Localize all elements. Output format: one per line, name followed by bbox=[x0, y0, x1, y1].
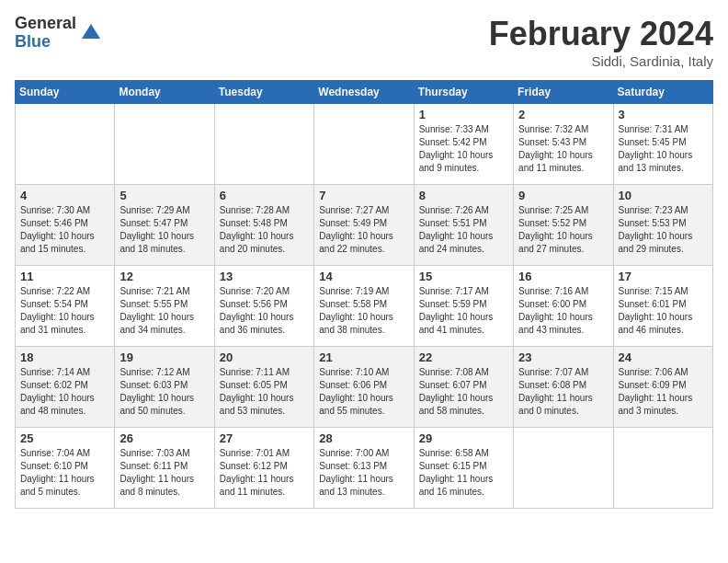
day-cell bbox=[214, 104, 313, 185]
week-row-4: 18Sunrise: 7:14 AM Sunset: 6:02 PM Dayli… bbox=[16, 347, 713, 428]
day-cell bbox=[16, 104, 115, 185]
title-block: February 2024 Siddi, Sardinia, Italy bbox=[489, 15, 713, 69]
page-header: General Blue February 2024 Siddi, Sardin… bbox=[15, 15, 713, 69]
day-number: 9 bbox=[518, 189, 608, 202]
day-number: 1 bbox=[419, 108, 508, 121]
day-number: 25 bbox=[20, 431, 109, 445]
day-cell: 26Sunrise: 7:03 AM Sunset: 6:11 PM Dayli… bbox=[115, 428, 214, 509]
day-info: Sunrise: 7:12 AM Sunset: 6:03 PM Dayligh… bbox=[119, 366, 209, 418]
header-cell-monday: Monday bbox=[115, 81, 214, 104]
day-cell: 9Sunrise: 7:25 AM Sunset: 5:52 PM Daylig… bbox=[514, 185, 613, 266]
header-row: SundayMondayTuesdayWednesdayThursdayFrid… bbox=[16, 81, 713, 104]
day-number: 14 bbox=[319, 270, 408, 283]
day-number: 27 bbox=[220, 431, 309, 445]
day-cell: 23Sunrise: 7:07 AM Sunset: 6:08 PM Dayli… bbox=[514, 347, 613, 428]
day-info: Sunrise: 7:04 AM Sunset: 6:10 PM Dayligh… bbox=[20, 447, 109, 499]
day-cell: 7Sunrise: 7:27 AM Sunset: 5:49 PM Daylig… bbox=[314, 185, 414, 266]
logo-general: General bbox=[15, 15, 76, 33]
day-info: Sunrise: 7:16 AM Sunset: 6:00 PM Dayligh… bbox=[518, 285, 608, 337]
day-info: Sunrise: 7:17 AM Sunset: 5:59 PM Dayligh… bbox=[419, 285, 508, 337]
day-info: Sunrise: 7:07 AM Sunset: 6:08 PM Dayligh… bbox=[518, 366, 608, 418]
day-info: Sunrise: 7:23 AM Sunset: 5:53 PM Dayligh… bbox=[619, 204, 708, 256]
day-cell: 22Sunrise: 7:08 AM Sunset: 6:07 PM Dayli… bbox=[414, 347, 513, 428]
day-info: Sunrise: 7:25 AM Sunset: 5:52 PM Dayligh… bbox=[518, 204, 608, 256]
day-info: Sunrise: 7:19 AM Sunset: 5:58 PM Dayligh… bbox=[319, 285, 408, 337]
day-cell: 15Sunrise: 7:17 AM Sunset: 5:59 PM Dayli… bbox=[414, 266, 513, 347]
day-info: Sunrise: 7:14 AM Sunset: 6:02 PM Dayligh… bbox=[20, 366, 109, 418]
day-cell: 11Sunrise: 7:22 AM Sunset: 5:54 PM Dayli… bbox=[16, 266, 115, 347]
header-cell-sunday: Sunday bbox=[16, 81, 115, 104]
day-info: Sunrise: 7:03 AM Sunset: 6:11 PM Dayligh… bbox=[119, 447, 209, 499]
day-info: Sunrise: 7:29 AM Sunset: 5:47 PM Dayligh… bbox=[119, 204, 209, 256]
calendar-table: SundayMondayTuesdayWednesdayThursdayFrid… bbox=[15, 80, 713, 509]
header-cell-wednesday: Wednesday bbox=[314, 81, 414, 104]
logo-icon bbox=[78, 20, 104, 46]
day-info: Sunrise: 7:30 AM Sunset: 5:46 PM Dayligh… bbox=[20, 204, 109, 256]
day-cell bbox=[613, 428, 712, 509]
day-number: 4 bbox=[20, 189, 109, 202]
day-info: Sunrise: 7:15 AM Sunset: 6:01 PM Dayligh… bbox=[619, 285, 708, 337]
day-number: 5 bbox=[119, 189, 209, 202]
header-cell-thursday: Thursday bbox=[414, 81, 513, 104]
day-number: 24 bbox=[619, 350, 708, 364]
week-row-3: 11Sunrise: 7:22 AM Sunset: 5:54 PM Dayli… bbox=[16, 266, 713, 347]
month-title: February 2024 bbox=[489, 15, 713, 53]
day-number: 10 bbox=[619, 189, 708, 202]
day-cell: 28Sunrise: 7:00 AM Sunset: 6:13 PM Dayli… bbox=[314, 428, 414, 509]
day-cell: 16Sunrise: 7:16 AM Sunset: 6:00 PM Dayli… bbox=[514, 266, 613, 347]
day-cell: 2Sunrise: 7:32 AM Sunset: 5:43 PM Daylig… bbox=[514, 104, 613, 185]
day-cell: 27Sunrise: 7:01 AM Sunset: 6:12 PM Dayli… bbox=[214, 428, 313, 509]
logo: General Blue bbox=[15, 15, 104, 52]
day-cell: 10Sunrise: 7:23 AM Sunset: 5:53 PM Dayli… bbox=[613, 185, 712, 266]
day-number: 12 bbox=[119, 270, 209, 283]
day-number: 26 bbox=[119, 431, 209, 445]
day-info: Sunrise: 7:31 AM Sunset: 5:45 PM Dayligh… bbox=[619, 123, 708, 175]
day-info: Sunrise: 7:27 AM Sunset: 5:49 PM Dayligh… bbox=[319, 204, 408, 256]
day-cell: 19Sunrise: 7:12 AM Sunset: 6:03 PM Dayli… bbox=[115, 347, 214, 428]
day-number: 8 bbox=[419, 189, 508, 202]
day-number: 28 bbox=[319, 431, 408, 445]
day-cell bbox=[115, 104, 214, 185]
day-cell: 8Sunrise: 7:26 AM Sunset: 5:51 PM Daylig… bbox=[414, 185, 513, 266]
day-cell: 3Sunrise: 7:31 AM Sunset: 5:45 PM Daylig… bbox=[613, 104, 712, 185]
day-cell: 14Sunrise: 7:19 AM Sunset: 5:58 PM Dayli… bbox=[314, 266, 414, 347]
day-cell: 21Sunrise: 7:10 AM Sunset: 6:06 PM Dayli… bbox=[314, 347, 414, 428]
header-cell-tuesday: Tuesday bbox=[214, 81, 313, 104]
svg-marker-0 bbox=[82, 24, 100, 39]
day-info: Sunrise: 7:00 AM Sunset: 6:13 PM Dayligh… bbox=[319, 447, 408, 499]
header-cell-friday: Friday bbox=[514, 81, 613, 104]
day-number: 6 bbox=[220, 189, 309, 202]
day-number: 13 bbox=[220, 270, 309, 283]
day-number: 23 bbox=[518, 350, 608, 364]
day-number: 19 bbox=[119, 350, 209, 364]
day-cell bbox=[514, 428, 613, 509]
day-number: 3 bbox=[619, 108, 708, 121]
day-info: Sunrise: 6:58 AM Sunset: 6:15 PM Dayligh… bbox=[419, 447, 508, 499]
day-number: 18 bbox=[20, 350, 109, 364]
day-number: 21 bbox=[319, 350, 408, 364]
day-cell: 20Sunrise: 7:11 AM Sunset: 6:05 PM Dayli… bbox=[214, 347, 313, 428]
day-cell: 12Sunrise: 7:21 AM Sunset: 5:55 PM Dayli… bbox=[115, 266, 214, 347]
day-info: Sunrise: 7:20 AM Sunset: 5:56 PM Dayligh… bbox=[220, 285, 309, 337]
location-subtitle: Siddi, Sardinia, Italy bbox=[489, 53, 713, 69]
day-info: Sunrise: 7:22 AM Sunset: 5:54 PM Dayligh… bbox=[20, 285, 109, 337]
day-cell: 29Sunrise: 6:58 AM Sunset: 6:15 PM Dayli… bbox=[414, 428, 513, 509]
day-number: 29 bbox=[419, 431, 508, 445]
logo-blue: Blue bbox=[15, 33, 76, 52]
day-cell: 17Sunrise: 7:15 AM Sunset: 6:01 PM Dayli… bbox=[613, 266, 712, 347]
day-cell: 1Sunrise: 7:33 AM Sunset: 5:42 PM Daylig… bbox=[414, 104, 513, 185]
day-info: Sunrise: 7:08 AM Sunset: 6:07 PM Dayligh… bbox=[419, 366, 508, 418]
day-cell: 4Sunrise: 7:30 AM Sunset: 5:46 PM Daylig… bbox=[16, 185, 115, 266]
week-row-2: 4Sunrise: 7:30 AM Sunset: 5:46 PM Daylig… bbox=[16, 185, 713, 266]
day-number: 15 bbox=[419, 270, 508, 283]
day-cell: 25Sunrise: 7:04 AM Sunset: 6:10 PM Dayli… bbox=[16, 428, 115, 509]
day-info: Sunrise: 7:21 AM Sunset: 5:55 PM Dayligh… bbox=[119, 285, 209, 337]
week-row-5: 25Sunrise: 7:04 AM Sunset: 6:10 PM Dayli… bbox=[16, 428, 713, 509]
day-number: 7 bbox=[319, 189, 408, 202]
day-number: 11 bbox=[20, 270, 109, 283]
day-number: 16 bbox=[518, 270, 608, 283]
day-cell: 24Sunrise: 7:06 AM Sunset: 6:09 PM Dayli… bbox=[613, 347, 712, 428]
day-cell: 6Sunrise: 7:28 AM Sunset: 5:48 PM Daylig… bbox=[214, 185, 313, 266]
day-number: 2 bbox=[518, 108, 608, 121]
day-info: Sunrise: 7:28 AM Sunset: 5:48 PM Dayligh… bbox=[220, 204, 309, 256]
